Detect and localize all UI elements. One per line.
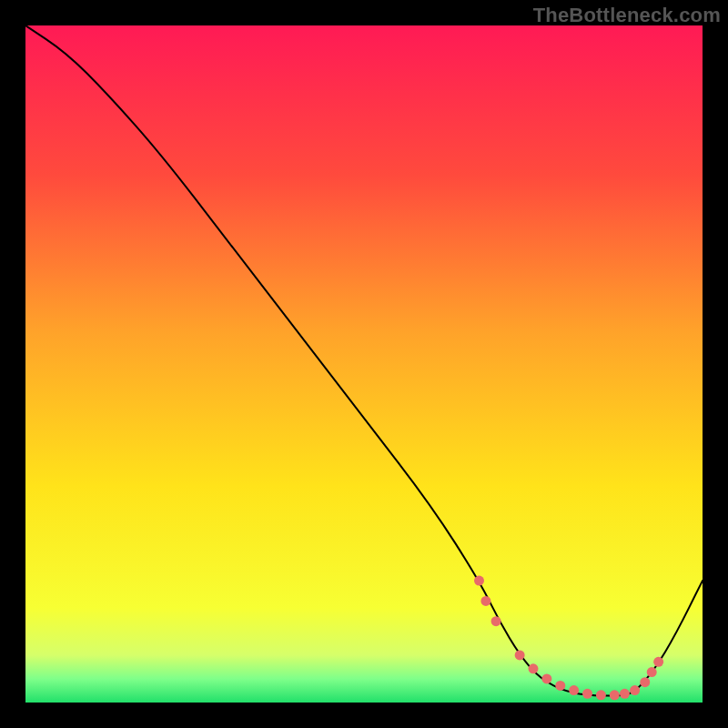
marker-dot [491, 616, 501, 626]
chart-svg [25, 25, 703, 703]
marker-dot [620, 689, 630, 699]
marker-dot [555, 681, 565, 691]
marker-dot [480, 596, 490, 606]
marker-dot [582, 689, 592, 699]
marker-dot [541, 673, 551, 683]
marker-dot [630, 685, 640, 695]
marker-dot [529, 663, 539, 673]
marker-dot [653, 657, 663, 667]
marker-dot [474, 576, 484, 586]
marker-dot [610, 690, 620, 700]
chart-frame: TheBottleneck.com [0, 0, 728, 728]
watermark-label: TheBottleneck.com [533, 4, 721, 27]
marker-dot [640, 677, 650, 687]
marker-dot [647, 667, 657, 677]
marker-dot [596, 690, 606, 700]
marker-dot [569, 685, 579, 695]
plot-area [25, 25, 703, 703]
marker-dot [515, 650, 525, 660]
gradient-rect [25, 25, 703, 703]
